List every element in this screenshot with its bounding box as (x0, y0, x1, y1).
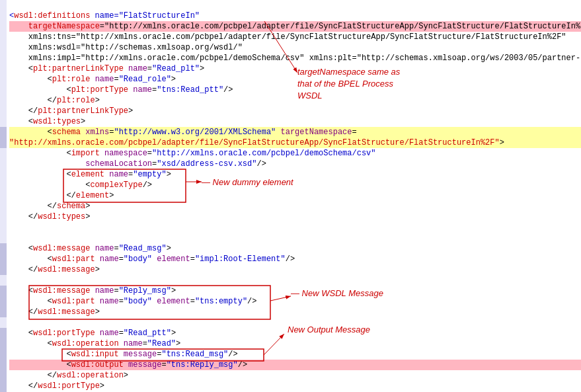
code-line (9, 275, 581, 286)
code-line: </wsdl:message> (9, 264, 581, 275)
code-container: <wsdl:definitions name="FlatStructureIn"… (0, 0, 581, 392)
code-line: </wsdl:portType> (9, 381, 581, 391)
code-line: <wsdl:types> (9, 116, 581, 127)
code-line-reply-msg: <wsdl:message name="Reply_msg"> (9, 286, 581, 296)
left-margin (0, 0, 7, 392)
code-line: <wsdl:portType name="Read_ptt"> (9, 328, 581, 338)
code-line (9, 0, 581, 11)
code-line-schema-ns: "http://xmlns.oracle.com/pcbpel/adapter/… (9, 137, 581, 148)
code-line: <plt:portType name="tns:Read_ptt"/> (9, 85, 581, 95)
code-line: <wsdl:input message="tns:Read_msg"/> (9, 349, 581, 360)
code-line: schemaLocation="xsd/address-csv.xsd"/> (9, 159, 581, 169)
code-line: </wsdl:types> (9, 212, 581, 222)
code-line: <wsdl:part name="body" element="tns:empt… (9, 296, 581, 307)
code-line: </wsdl:message> (9, 307, 581, 317)
code-line: <complexType/> (9, 180, 581, 190)
code-line: xmlns:tns="http://xmlns.oracle.com/pcbpe… (9, 32, 581, 42)
code-line: xmlns:impl="http://xmlns.oracle.com/pcbp… (9, 53, 581, 63)
code-line: <wsdl:definitions name="FlatStructureIn" (9, 11, 581, 21)
code-line-targetns: targetNamespace="http://xmlns.oracle.com… (9, 21, 581, 32)
code-line: xmlns:wsdl="http://schemas.xmlsoap.org/w… (9, 42, 581, 53)
code-line: <import namespace="http://xmlns.oracle.c… (9, 148, 581, 159)
code-line: <element name="empty"> (9, 169, 581, 180)
code-line: <wsdl:part name="body" element="impl:Roo… (9, 254, 581, 264)
code-line: <plt:partnerLinkType name="Read_plt"> (9, 63, 581, 74)
code-line: <wsdl:operation name="Read"> (9, 338, 581, 349)
code-line: </plt:role> (9, 95, 581, 106)
code-editor[interactable]: <wsdl:definitions name="FlatStructureIn"… (7, 0, 581, 392)
code-line: <wsdl:message name="Read_msg"> (9, 243, 581, 254)
code-line: </schema> (9, 201, 581, 212)
code-line-output: <wsdl:output message="tns:Reply_msg"/> (9, 360, 581, 370)
code-line: <plt:role name="Read_role"> (9, 74, 581, 85)
code-line-schema: <schema xmlns="http://www.w3.org/2001/XM… (9, 127, 581, 137)
code-line (9, 317, 581, 328)
code-line: </plt:partnerLinkType> (9, 106, 581, 116)
code-line (9, 222, 581, 233)
code-line: </wsdl:operation> (9, 370, 581, 381)
code-line (9, 233, 581, 243)
code-line: </element> (9, 190, 581, 201)
